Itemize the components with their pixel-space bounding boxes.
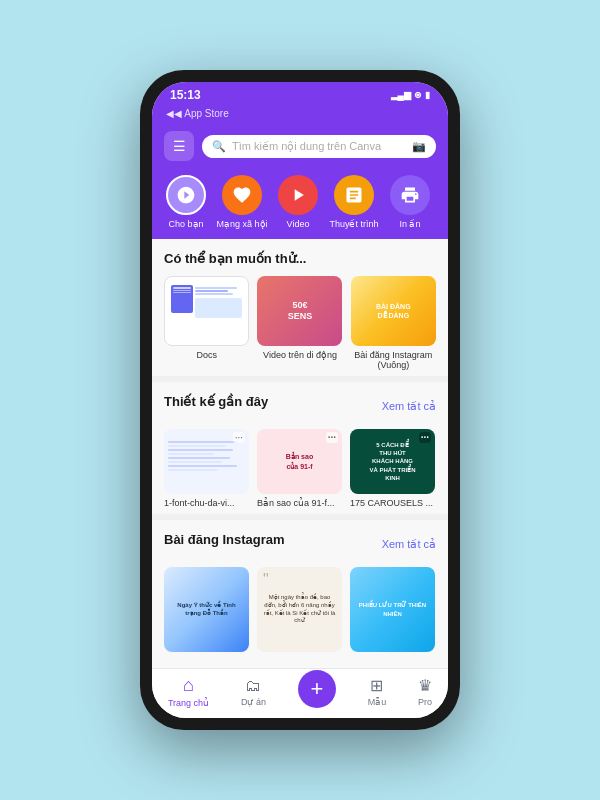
nav-project[interactable]: 🗂 Dự án (241, 677, 266, 707)
search-placeholder[interactable]: Tìm kiếm nội dung trên Canva (232, 140, 406, 153)
try-item-video[interactable]: 50€SENS Video trên di động (257, 276, 342, 370)
insta-text-2: Một ngày thảo đề, bao đờn, bởi hơn 6 năn… (263, 594, 336, 625)
phone-screen: 15:13 ▂▄▆ ⊛ ▮ ◀ ◀ App Store ☰ 🔍 Tìm kiếm… (152, 82, 448, 718)
status-icons: ▂▄▆ ⊛ ▮ (391, 90, 430, 100)
design-label-1: 1-font-chu-da-vi... (164, 498, 249, 508)
design-2-menu[interactable]: ··· (326, 432, 338, 443)
insta-text-1: Ngày Ý thức về Tình trạng Đỗ Thần (170, 602, 243, 618)
signal-icon: ▂▄▆ (391, 90, 411, 100)
design-label-2: Bản sao của 91-f... (257, 498, 342, 508)
bottom-nav: ⌂ Trang chủ 🗂 Dự án + ⊞ Mẫu ♛ Pro (152, 668, 448, 718)
design-label-3: 175 CAROUSELS ... (350, 498, 435, 508)
cho-ban-icon (166, 175, 206, 215)
search-icon: 🔍 (212, 140, 226, 153)
category-thuyet-trinh[interactable]: Thuyết trình (328, 175, 380, 229)
try-item-insta[interactable]: BÀI ĐĂNGDỄ DÀNG Bài đăng Instagram (Vuôn… (351, 276, 436, 370)
insta-section-title: Bài đăng Instagram (164, 532, 285, 547)
mxh-icon (222, 175, 262, 215)
category-in-an[interactable]: In ấn (384, 175, 436, 229)
insta-text-3: PHIẾU LƯU TRỮ THIÊN NHIÊN (354, 601, 431, 618)
design-item-3[interactable]: ··· 5 CÁCH ĐỂTHU HÚTKHÁCH HÀNGVÀ PHÁT TR… (350, 429, 435, 508)
home-label: Trang chủ (168, 698, 209, 708)
design-3-menu[interactable]: ··· (419, 432, 431, 443)
nav-pro[interactable]: ♛ Pro (418, 676, 432, 707)
battery-icon: ▮ (425, 90, 430, 100)
main-content: Có thể bạn muốn thử... (152, 239, 448, 668)
header: ☰ 🔍 Tìm kiếm nội dung trên Canva 📷 (152, 125, 448, 171)
insta-section-header: Bài đăng Instagram Xem tất cả (164, 532, 436, 557)
camera-icon[interactable]: 📷 (412, 140, 426, 153)
design-items: ··· 1-fon (164, 429, 436, 508)
add-icon: + (310, 676, 323, 702)
status-bar: 15:13 ▂▄▆ ⊛ ▮ (152, 82, 448, 106)
video-label: Video (287, 219, 310, 229)
video-thumbnail: 50€SENS (257, 276, 342, 346)
try-item-docs[interactable]: Docs (164, 276, 249, 370)
category-mxh[interactable]: Mạng xã hội (216, 175, 268, 229)
design-thumb-2: ··· Bản saocủa 91-f (257, 429, 342, 494)
instagram-section: Bài đăng Instagram Xem tất cả Ngày Ý thứ… (152, 520, 448, 658)
design-thumb-3: ··· 5 CÁCH ĐỂTHU HÚTKHÁCH HÀNGVÀ PHÁT TR… (350, 429, 435, 494)
design-1-menu[interactable]: ··· (233, 432, 245, 443)
category-tabs: Cho bạn Mạng xã hội Video Thuyết trình (152, 171, 448, 239)
category-cho-ban[interactable]: Cho bạn (160, 175, 212, 229)
mxh-label: Mạng xã hội (216, 219, 267, 229)
design-item-2[interactable]: ··· Bản saocủa 91-f Bản sao của 91-f... (257, 429, 342, 508)
insta-vuong-label: Bài đăng Instagram (Vuông) (351, 350, 436, 370)
recent-section-title: Thiết kế gần đây (164, 394, 268, 409)
recent-section: Thiết kế gần đây Xem tất cả ··· (152, 382, 448, 514)
video-icon (278, 175, 318, 215)
recent-see-all[interactable]: Xem tất cả (382, 400, 436, 413)
insta-item-2[interactable]: " Một ngày thảo đề, bao đờn, bởi hơn 6 n… (257, 567, 342, 652)
cho-ban-label: Cho bạn (168, 219, 203, 229)
insta-item-1[interactable]: Ngày Ý thức về Tình trạng Đỗ Thần (164, 567, 249, 652)
insta-see-all[interactable]: Xem tất cả (382, 538, 436, 551)
back-icon: ◀ (166, 108, 174, 119)
in-an-icon (390, 175, 430, 215)
project-label: Dự án (241, 697, 266, 707)
design-item-1[interactable]: ··· 1-fon (164, 429, 249, 508)
design-thumb-1: ··· (164, 429, 249, 494)
pro-icon: ♛ (418, 676, 432, 695)
menu-icon: ☰ (173, 138, 186, 154)
try-section-title: Có thể bạn muốn thử... (164, 251, 436, 266)
menu-button[interactable]: ☰ (164, 131, 194, 161)
docs-label: Docs (196, 350, 217, 360)
category-video[interactable]: Video (272, 175, 324, 229)
in-an-label: In ấn (399, 219, 420, 229)
video-mobile-label: Video trên di động (263, 350, 337, 360)
insta-items: Ngày Ý thức về Tình trạng Đỗ Thần " Một … (164, 567, 436, 652)
app-store-label[interactable]: ◀ App Store (174, 108, 229, 119)
try-items: Docs 50€SENS Video trên di động BÀI ĐĂNG… (164, 276, 436, 370)
template-label: Mẫu (368, 697, 387, 707)
nav-add-button[interactable]: + (298, 670, 336, 708)
nav-home[interactable]: ⌂ Trang chủ (168, 675, 209, 708)
thuyet-trinh-label: Thuyết trình (329, 219, 378, 229)
wifi-icon: ⊛ (414, 90, 422, 100)
template-icon: ⊞ (370, 676, 383, 695)
recent-section-header: Thiết kế gần đây Xem tất cả (164, 394, 436, 419)
try-section: Có thể bạn muốn thử... (152, 239, 448, 376)
docs-thumbnail (164, 276, 249, 346)
insta-thumbnail: BÀI ĐĂNGDỄ DÀNG (351, 276, 436, 346)
phone-frame: 15:13 ▂▄▆ ⊛ ▮ ◀ ◀ App Store ☰ 🔍 Tìm kiếm… (140, 70, 460, 730)
insta-item-3[interactable]: PHIẾU LƯU TRỮ THIÊN NHIÊN (350, 567, 435, 652)
home-icon: ⌂ (183, 675, 194, 696)
nav-template[interactable]: ⊞ Mẫu (368, 676, 387, 707)
quote-icon: " (263, 571, 269, 589)
status-time: 15:13 (170, 88, 201, 102)
app-store-bar[interactable]: ◀ ◀ App Store (152, 106, 448, 125)
project-icon: 🗂 (245, 677, 261, 695)
thuyet-trinh-icon (334, 175, 374, 215)
pro-label: Pro (418, 697, 432, 707)
search-bar[interactable]: 🔍 Tìm kiếm nội dung trên Canva 📷 (202, 135, 436, 158)
